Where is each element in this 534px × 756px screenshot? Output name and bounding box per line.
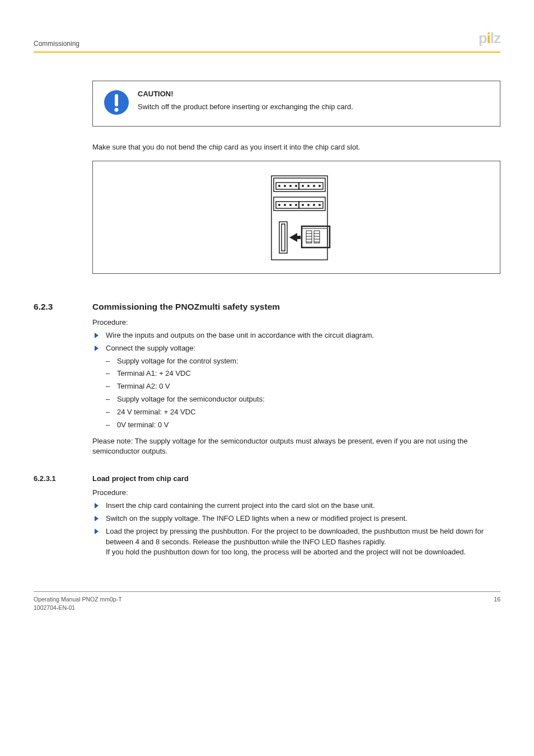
footer-manual-title: Operating Manual PNOZ mm0p-T	[34, 595, 122, 604]
list-item: Terminal A2: 0 V	[106, 381, 500, 392]
list-item: 0V terminal: 0 V	[106, 420, 500, 431]
svg-point-8	[289, 185, 292, 187]
section-6-2-3-body: Procedure: Wire the inputs and outputs o…	[92, 318, 500, 457]
list-item: Insert the chip card containing the curr…	[92, 501, 500, 511]
svg-point-18	[284, 204, 286, 206]
procedure-label: Procedure:	[92, 318, 500, 328]
exclamation-icon	[103, 89, 130, 116]
chip-card-note: Make sure that you do not bend the chip …	[92, 142, 500, 153]
svg-rect-10	[298, 182, 299, 190]
svg-point-7	[284, 185, 286, 187]
procedure-label: Procedure:	[92, 488, 500, 498]
svg-rect-21	[298, 201, 299, 209]
caution-body: Switch off the product before inserting …	[138, 102, 353, 113]
list-item: Supply voltage for the semiconductor out…	[106, 394, 500, 405]
section-6-2-3-header: 6.2.3 Commissioning the PNOZmulti safety…	[34, 301, 500, 313]
svg-rect-26	[279, 222, 287, 253]
svg-rect-1	[115, 94, 118, 106]
page-footer: Operating Manual PNOZ mm0p-T 1002704-EN-…	[34, 591, 500, 612]
chip-card-diagram-frame	[92, 161, 500, 274]
subsection-title: Load project from chip card	[92, 474, 189, 484]
caution-box: CAUTION! Switch off the product before i…	[92, 81, 500, 127]
list-item: Supply voltage for the control system:	[106, 356, 500, 367]
list-item: Connect the supply voltage:	[92, 343, 500, 354]
svg-marker-28	[289, 233, 297, 242]
list-item: Wire the inputs and outputs on the base …	[92, 330, 500, 341]
caution-heading: CAUTION!	[138, 89, 353, 100]
footer-page-number: 16	[494, 595, 500, 612]
bullet-text: Load the project by pressing the pushbut…	[106, 527, 484, 546]
section-6-2-3-1-header: 6.2.3.1 Load project from chip card	[34, 474, 500, 484]
bullet-tail: If you hold the pushbutton down for too …	[106, 548, 466, 556]
section-number: 6.2.3	[34, 301, 76, 313]
footer-doc-id: 1002704-EN-01	[34, 604, 122, 612]
procedure-list: Wire the inputs and outputs on the base …	[92, 330, 500, 354]
svg-rect-29	[297, 236, 301, 239]
sub-list: Supply voltage for the control system: T…	[92, 356, 500, 431]
pilz-logo: pilz	[479, 28, 500, 49]
svg-point-24	[313, 204, 315, 206]
svg-point-11	[302, 185, 304, 187]
svg-point-17	[278, 204, 280, 206]
svg-point-22	[302, 204, 304, 206]
footer-left: Operating Manual PNOZ mm0p-T 1002704-EN-…	[34, 595, 122, 612]
svg-point-20	[295, 204, 297, 206]
section-6-2-3-1-body: Procedure: Insert the chip card containi…	[92, 488, 500, 558]
list-item: 24 V terminal: + 24 VDC	[106, 407, 500, 418]
list-item: Switch on the supply voltage. The INFO L…	[92, 514, 500, 524]
chip-card-diagram	[255, 172, 339, 262]
page-header: Commissioning pilz	[34, 28, 500, 53]
procedure-list: Insert the chip card containing the curr…	[92, 501, 500, 558]
section-note: Please note: The supply voltage for the …	[92, 436, 500, 458]
svg-point-6	[278, 185, 280, 187]
svg-point-23	[307, 204, 310, 206]
svg-rect-27	[282, 224, 285, 251]
list-item: Load the project by pressing the pushbut…	[92, 526, 500, 558]
svg-point-9	[295, 185, 297, 187]
svg-rect-31	[306, 231, 312, 243]
svg-point-13	[313, 185, 315, 187]
svg-point-2	[115, 108, 119, 111]
svg-point-25	[318, 204, 321, 206]
caution-text-block: CAUTION! Switch off the product before i…	[138, 89, 353, 116]
section-title: Commissioning the PNOZmulti safety syste…	[92, 301, 280, 313]
header-section-label: Commissioning	[34, 39, 79, 49]
svg-rect-36	[314, 231, 320, 243]
svg-point-19	[289, 204, 292, 206]
svg-point-12	[307, 185, 310, 187]
subsection-number: 6.2.3.1	[34, 474, 76, 484]
svg-point-14	[318, 185, 321, 187]
list-item: Terminal A1: + 24 VDC	[106, 368, 500, 379]
